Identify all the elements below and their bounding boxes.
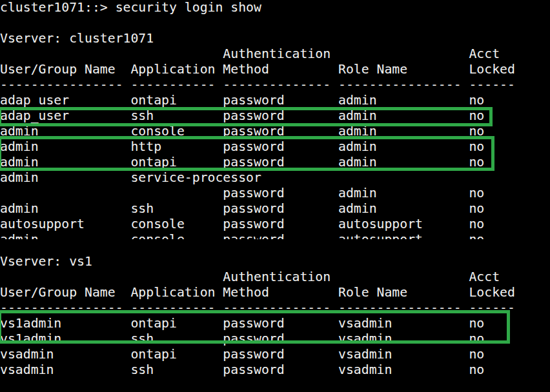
- separator-dashes: ------: [469, 300, 514, 316]
- table-row-highlighted: vs1admin ssh password vsadmin no: [0, 331, 550, 347]
- cell-user: admin: [0, 139, 39, 155]
- cell-application: ontapi: [130, 347, 176, 362]
- cell-acct-locked: no: [469, 347, 484, 362]
- header-separator-row: ---------------- ----------- -----------…: [0, 300, 550, 316]
- table-row: admin console password admin no: [0, 124, 550, 139]
- cell-user: vs1admin: [0, 316, 61, 331]
- separator-dashes: ----------------: [0, 300, 123, 316]
- table-row-highlighted: admin http password admin no: [0, 139, 550, 155]
- table-row: admin service-processor: [0, 170, 550, 186]
- separator-dashes: ----------------: [0, 77, 123, 93]
- cell-acct-locked: no: [469, 139, 484, 155]
- separator-dashes: ----------------: [338, 300, 462, 316]
- header-locked: Locked: [469, 62, 514, 77]
- cell-auth-method: password: [223, 217, 284, 232]
- cell-role: vsadmin: [338, 362, 392, 378]
- cell-application: ontapi: [130, 155, 176, 170]
- cell-auth-method: password: [223, 108, 284, 124]
- cell-user: vsadmin: [0, 347, 54, 362]
- cell-application: http: [130, 139, 161, 155]
- cell-role: admin: [338, 108, 377, 124]
- cell-auth-method: password: [223, 347, 284, 362]
- cell-user: admin: [0, 201, 39, 217]
- header-method: Method: [223, 285, 269, 300]
- cell-acct-locked: no: [469, 316, 484, 331]
- cell-role: vsadmin: [338, 347, 392, 362]
- cell-role: admin: [338, 124, 377, 139]
- cell-auth-method: password: [223, 362, 284, 378]
- vserver-name: Vserver: cluster1071: [0, 31, 154, 46]
- header-user-group-name: User/Group Name: [0, 62, 116, 77]
- cell-application: ontapi: [130, 93, 176, 108]
- separator-dashes: --------------: [223, 300, 331, 316]
- terminal-screen[interactable]: cluster1071::> security login show Vserv…: [0, 0, 550, 392]
- cell-auth-method: password: [223, 232, 284, 239]
- separator-dashes: --------------: [223, 77, 331, 93]
- cell-acct-locked: no: [469, 186, 484, 201]
- cell-application: console: [130, 124, 184, 139]
- table-row: vsadmin ontapi password vsadmin no: [0, 347, 550, 362]
- cell-auth-method: password: [223, 139, 284, 155]
- header-role-name: Role Name: [338, 285, 407, 300]
- header-user-group-name: User/Group Name: [0, 285, 116, 300]
- header-method: Method: [223, 62, 269, 77]
- header-locked: Locked: [469, 285, 514, 300]
- table-row: vsadmin ssh password vsadmin no: [0, 362, 550, 378]
- cell-acct-locked: no: [469, 217, 484, 232]
- separator-dashes: ------: [469, 77, 514, 93]
- header-application: Application: [130, 285, 215, 300]
- table-row-continuation: password admin no: [0, 186, 550, 201]
- cell-application: console: [130, 217, 184, 232]
- cell-user: vsadmin: [0, 362, 54, 378]
- cell-application: console: [130, 232, 184, 239]
- table-row: adap_user ontapi password admin no: [0, 93, 550, 108]
- table-header-overflow-row: Authentication Acct: [0, 270, 550, 285]
- cell-role: admin: [338, 139, 377, 155]
- table-row-highlighted: admin ontapi password admin no: [0, 155, 550, 170]
- cell-user: admin: [0, 170, 39, 186]
- cell-user: admin: [0, 155, 39, 170]
- cell-user: admin: [0, 232, 39, 239]
- cell-role: admin: [338, 155, 377, 170]
- cell-role: autosupport: [338, 217, 423, 232]
- cell-acct-locked: no: [469, 232, 484, 239]
- cell-user: autosupport: [0, 217, 85, 232]
- cell-application: ssh: [130, 331, 154, 347]
- cell-role: admin: [338, 201, 377, 217]
- cell-acct-locked: no: [469, 93, 484, 108]
- shell-command: security login show: [116, 0, 261, 15]
- header-acct: Acct: [469, 270, 500, 285]
- cell-role: admin: [338, 93, 377, 108]
- table-row: admin ssh password admin no: [0, 201, 550, 217]
- separator-dashes: ----------------: [338, 77, 462, 93]
- prompt-line: cluster1071::> security login show: [0, 0, 550, 15]
- cell-role: admin: [338, 186, 377, 201]
- table-header-overflow-row: Authentication Acct: [0, 46, 550, 62]
- cell-acct-locked: no: [469, 124, 484, 139]
- cell-acct-locked: no: [469, 362, 484, 378]
- clipped-partial-row: admin console password autosupport no: [0, 232, 550, 239]
- separator-dashes: -----------: [130, 300, 215, 316]
- cell-user: admin: [0, 124, 39, 139]
- cell-acct-locked: no: [469, 201, 484, 217]
- cell-application: ssh: [130, 362, 154, 378]
- shell-prompt: cluster1071::>: [0, 0, 108, 15]
- cell-auth-method: password: [223, 124, 284, 139]
- cell-auth-method: password: [223, 186, 284, 201]
- vserver-label: Vserver: cluster1071: [0, 31, 550, 46]
- cell-user: adap_user: [0, 108, 69, 124]
- cell-auth-method: password: [223, 93, 284, 108]
- header-role-name: Role Name: [338, 62, 407, 77]
- cell-auth-method: password: [223, 331, 284, 347]
- separator-dashes: -----------: [130, 77, 215, 93]
- header-acct: Acct: [469, 46, 500, 62]
- cell-acct-locked: no: [469, 155, 484, 170]
- cell-application: ssh: [130, 201, 154, 217]
- table-header-row: User/Group Name Application Method Role …: [0, 62, 550, 77]
- header-separator-row: ---------------- ----------- -----------…: [0, 77, 550, 93]
- table-header-row: User/Group Name Application Method Role …: [0, 285, 550, 300]
- cell-role: autosupport: [338, 232, 423, 239]
- cell-acct-locked: no: [469, 108, 484, 124]
- cell-application: ontapi: [130, 316, 176, 331]
- table-row-highlighted: adap_user ssh password admin no: [0, 108, 550, 124]
